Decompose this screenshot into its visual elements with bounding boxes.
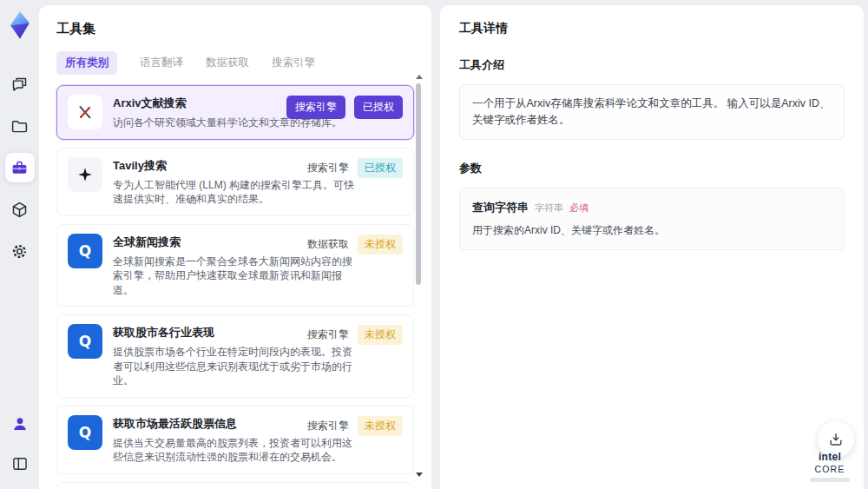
tool-detail-panel: 工具详情 工具介绍 一个用于从Arxiv存储库搜索科学论文和文章的工具。 输入可… bbox=[440, 5, 864, 489]
tavily-star-icon bbox=[68, 157, 102, 192]
scrollbar-up-arrow-icon[interactable] bbox=[416, 75, 423, 79]
category-label: 搜索引擎 bbox=[307, 161, 349, 175]
sidebar-item-settings[interactable] bbox=[5, 236, 35, 266]
intel-brand-text: intel bbox=[819, 451, 841, 463]
app-logo-icon bbox=[5, 9, 35, 42]
blue-q-logo-icon: Q bbox=[68, 234, 102, 268]
cube-icon bbox=[10, 201, 29, 219]
category-label: 搜索引擎 bbox=[307, 327, 349, 342]
tool-list-panel: 工具集 所有类别 语言翻译 数据获取 搜索引擎 Arxiv文献搜索 访问各个研究… bbox=[39, 5, 431, 489]
core-brand-text: CORE bbox=[814, 464, 845, 474]
tool-description: 专为人工智能代理 (LLM) 构建的搜索引擎工具。可快速提供实时、准确和真实的结… bbox=[113, 178, 358, 207]
intel-logo-bar bbox=[810, 478, 850, 482]
tab-search-engine[interactable]: 搜索引擎 bbox=[272, 51, 315, 75]
gear-icon bbox=[10, 242, 29, 261]
user-icon bbox=[11, 415, 29, 433]
tab-language-translation[interactable]: 语言翻译 bbox=[140, 51, 183, 75]
intel-core-logo: intel CORE bbox=[802, 451, 858, 482]
tool-list-item-regional-news[interactable]: 万维地区新闻查询 查询具体行政区划内的新闻，快速了解各地新闻动 搜索引擎 未授权 bbox=[56, 482, 414, 489]
tool-description: 提供股票市场各个行业在特定时间段内的表现。投资者可以利用这些信息来识别表现优于或… bbox=[113, 345, 358, 388]
tool-description: 全球新闻搜索是一个聚合全球各大新闻网站内容的搜索引擎，帮助用户快速获取全球最新资… bbox=[113, 254, 358, 298]
toolbox-icon bbox=[10, 159, 29, 177]
tool-list-item-tavily[interactable]: Tavily搜索 专为人工智能代理 (LLM) 构建的搜索引擎工具。可快速提供实… bbox=[56, 148, 414, 216]
sidebar-item-account[interactable] bbox=[5, 409, 35, 439]
sidebar-item-chat[interactable] bbox=[5, 69, 35, 99]
tool-list-item-most-active-stocks[interactable]: Q 获取市场最活跃股票信息 提供当天交易量最高的股票列表，投资者可以利用这些信息… bbox=[56, 406, 414, 474]
params-heading: 参数 bbox=[459, 161, 845, 176]
blue-q-logo-icon: Q bbox=[68, 324, 102, 359]
sidebar-item-collapse[interactable] bbox=[5, 449, 35, 479]
intro-text: 一个用于从Arxiv存储库搜索科学论文和文章的工具。 输入可以是Arxiv ID… bbox=[459, 84, 845, 140]
tab-all-categories[interactable]: 所有类别 bbox=[56, 51, 117, 75]
param-name: 查询字符串 bbox=[472, 200, 529, 215]
tool-list-item-global-news[interactable]: Q 全球新闻搜索 全球新闻搜索是一个聚合全球各大新闻网站内容的搜索引擎，帮助用户… bbox=[56, 224, 414, 307]
tool-description: 提供当天交易量最高的股票列表，投资者可以利用这些信息来识别流动性强的股票和潜在的… bbox=[113, 436, 358, 465]
category-label: 数据获取 bbox=[307, 237, 349, 252]
param-type: 字符串 bbox=[535, 202, 563, 215]
arxiv-logo-icon bbox=[68, 95, 102, 129]
tool-list: Arxiv文献搜索 访问各个研究领域大量科学论文和文章的存储库。 搜索引擎 已授… bbox=[56, 85, 414, 489]
auth-status-badge: 未授权 bbox=[358, 325, 403, 345]
detail-title: 工具详情 bbox=[459, 21, 845, 36]
blue-q-logo-icon: Q bbox=[68, 415, 102, 450]
sidebar bbox=[0, 0, 39, 489]
page-title: 工具集 bbox=[56, 21, 414, 37]
intro-heading: 工具介绍 bbox=[459, 57, 845, 73]
download-icon bbox=[827, 431, 845, 448]
scrollbar-down-arrow-icon[interactable] bbox=[416, 472, 423, 477]
tab-data-fetch[interactable]: 数据获取 bbox=[206, 51, 249, 75]
folder-icon bbox=[10, 117, 29, 135]
auth-status-badge: 已授权 bbox=[358, 158, 403, 178]
sidebar-item-files[interactable] bbox=[5, 111, 35, 141]
param-description: 用于搜索的Arxiv ID、关键字或作者姓名。 bbox=[472, 223, 832, 238]
category-tabs: 所有类别 语言翻译 数据获取 搜索引擎 bbox=[56, 51, 414, 75]
auth-status-badge: 已授权 bbox=[354, 96, 403, 119]
auth-status-badge: 未授权 bbox=[358, 416, 403, 436]
list-scrollbar[interactable] bbox=[415, 75, 422, 477]
sidebar-item-tools[interactable] bbox=[5, 153, 35, 182]
category-label: 搜索引擎 bbox=[307, 419, 349, 433]
param-required-flag: 必填 bbox=[569, 202, 589, 215]
chat-icon bbox=[10, 76, 29, 94]
tool-list-item-arxiv[interactable]: Arxiv文献搜索 访问各个研究领域大量科学论文和文章的存储库。 搜索引擎 已授… bbox=[56, 85, 414, 140]
parameter-item: 查询字符串 字符串 必填 用于搜索的Arxiv ID、关键字或作者姓名。 bbox=[459, 188, 845, 250]
tool-list-item-sector-performance[interactable]: Q 获取股市各行业表现 提供股票市场各个行业在特定时间段内的表现。投资者可以利用… bbox=[56, 314, 414, 398]
sidebar-item-packages[interactable] bbox=[5, 195, 35, 224]
category-badge: 搜索引擎 bbox=[286, 96, 345, 119]
scrollbar-thumb[interactable] bbox=[416, 83, 421, 285]
auth-status-badge: 未授权 bbox=[358, 235, 403, 254]
panel-toggle-icon bbox=[11, 455, 29, 472]
